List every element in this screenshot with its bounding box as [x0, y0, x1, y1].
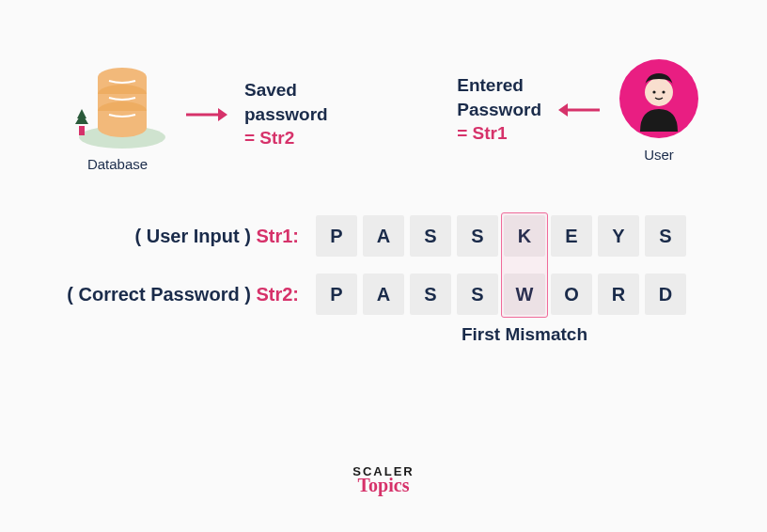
saved-password-text: Saved password = Str2 [244, 78, 328, 150]
str1-row: ( User Input ) Str1: PASSKEYS [135, 215, 686, 257]
char-cell: O [551, 274, 592, 315]
saved-eq: = Str2 [244, 128, 294, 148]
str1-row-label: ( User Input ) Str1: [135, 226, 299, 247]
char-cell: P [316, 274, 357, 315]
arrow-left-icon [556, 101, 602, 119]
database-group: Database Saved password = Str2 [66, 56, 328, 172]
svg-point-14 [662, 90, 665, 93]
str2-row-label: ( Correct Password ) Str2: [67, 284, 299, 305]
comparison-section: ( User Input ) Str1: PASSKEYS ( Correct … [0, 215, 767, 315]
char-cell: A [363, 215, 404, 257]
entered-line1: Entered [457, 75, 524, 95]
user-label: User [644, 147, 674, 163]
char-cell: A [363, 274, 404, 315]
str1-prefix: ( User Input ) [135, 226, 257, 246]
user-avatar-icon [617, 56, 701, 141]
top-section: Database Saved password = Str2 Entered P… [0, 0, 767, 181]
str2-cells: PASSWORD [316, 274, 686, 315]
char-cell: S [457, 215, 498, 257]
scaler-logo: SCALER Topics [352, 465, 414, 494]
mismatch-label: First Mismatch [459, 324, 590, 345]
user-block: User [617, 56, 701, 163]
entered-eq: = Str1 [457, 123, 507, 143]
logo-line2: Topics [352, 476, 414, 494]
svg-point-12 [645, 78, 673, 106]
char-cell: D [645, 274, 686, 315]
database-label: Database [87, 156, 148, 172]
char-cell: P [316, 215, 357, 257]
saved-line2: password [244, 104, 328, 124]
user-group: Entered Password = Str1 User [457, 56, 701, 163]
svg-point-7 [98, 118, 147, 137]
char-cell: E [551, 215, 592, 257]
char-cell: R [598, 274, 639, 315]
str2-prefix: ( Correct Password ) [67, 284, 256, 305]
svg-point-13 [652, 90, 655, 93]
str2-row: ( Correct Password ) Str2: PASSWORD [67, 274, 686, 315]
database-block: Database [66, 56, 169, 172]
char-cell: S [410, 215, 451, 257]
char-cell: W [504, 274, 545, 315]
str1-name: Str1: [256, 226, 299, 246]
entered-password-text: Entered Password = Str1 [457, 73, 541, 146]
char-cell: K [504, 215, 545, 257]
entered-line2: Password [457, 100, 541, 119]
str1-cells: PASSKEYS [316, 215, 686, 257]
database-icon [66, 56, 169, 150]
char-cell: S [410, 274, 451, 315]
str2-name: Str2: [256, 284, 299, 305]
arrow-right-icon [184, 105, 229, 124]
svg-rect-8 [79, 126, 85, 135]
char-cell: S [645, 215, 686, 257]
char-cell: Y [598, 215, 639, 257]
char-cell: S [457, 274, 498, 315]
saved-line1: Saved [244, 80, 297, 100]
